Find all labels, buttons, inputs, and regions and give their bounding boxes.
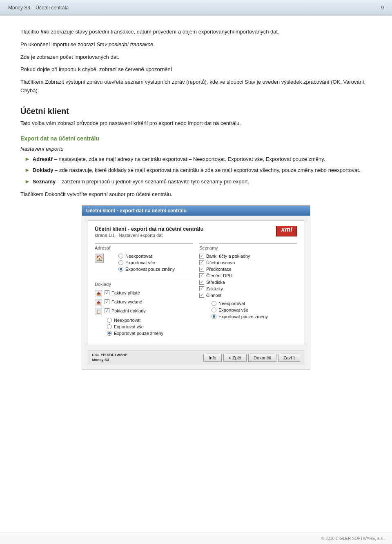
nastaveni-exportu-label: Nastavení exportu — [20, 146, 372, 152]
dialog-titlebar: Účetní klient - export dat na účetní cen… — [82, 206, 310, 216]
seznamy-group-label: Seznamy — [199, 243, 297, 250]
dialog-window: Účetní klient - export dat na účetní cen… — [82, 205, 310, 370]
checkbox: ✓ — [199, 280, 204, 285]
adresat-radio-neexportovat[interactable]: Neexportovat — [118, 254, 175, 259]
info-button[interactable]: Info — [203, 354, 221, 362]
checkbox: ✓ — [199, 286, 204, 291]
doklady-faktury-vydane: 📤 ✓ Faktury vydané — [95, 299, 193, 306]
cb-strediska[interactable]: ✓ Střediska — [199, 280, 297, 285]
pokladni-doklady-checkbox[interactable]: ✓ Pokladní doklady — [105, 308, 146, 313]
radio-circle — [107, 318, 112, 323]
bullet-adresat: ► Adresář – nastavujete, zda se mají adr… — [20, 155, 372, 163]
dialog-columns: Adresář 🏠 Neexportovat Exportova — [95, 243, 297, 338]
seznamy-radio-exportovat-vse[interactable]: Exportovat vše — [212, 308, 297, 312]
paragraph-3: Zde je zobrazen počet importovaných dat. — [20, 53, 372, 62]
doklady-section: Doklady 📥 ✓ Faktury přijaté — [95, 280, 193, 336]
dialog-left-col: Adresář 🏠 Neexportovat Exportova — [95, 243, 193, 338]
radio-circle-selected — [212, 314, 216, 319]
doklady-radio-exportovat-vse[interactable]: Exportovat vše — [107, 324, 193, 329]
cb-bank-ucty[interactable]: ✓ Bank. účty a pokladny — [199, 254, 297, 259]
faktury-prijate-icon: 📥 — [95, 290, 102, 297]
faktury-vydane-checkbox[interactable]: ✓ Faktury vydané — [105, 299, 142, 304]
checkbox: ✓ — [199, 273, 204, 278]
bullet-doklady: ► Doklady – zde nastavuje, které doklady… — [20, 166, 372, 174]
xml-logo: xml — [276, 226, 297, 236]
doklady-radio-neexportovat[interactable]: Neexportovat — [107, 318, 193, 323]
checkbox: ✓ — [105, 299, 109, 304]
adresat-radio-exportovat-vse[interactable]: Exportovat vše — [118, 260, 175, 265]
radio-circle — [118, 254, 123, 259]
stav-italic: Stav poslední transakce — [96, 41, 153, 47]
export-subheading: Export dat na účetní centrálu — [20, 135, 372, 142]
page-footer: © 2010 CÍGLER SOFTWARE, a.s. — [0, 533, 392, 544]
faktury-prijate-checkbox[interactable]: ✓ Faktury přijaté — [105, 290, 140, 295]
info-italic: Info — [40, 29, 49, 35]
dialog-title-text: Účetní klient - export dat na účetní cen… — [86, 208, 187, 214]
footer-logo: CÍGLER SOFTWARE Money S3 — [92, 353, 128, 362]
back-button[interactable]: < Zpět — [223, 354, 247, 362]
paragraph-4: Pokud dojde při importu k chybě, zobrazí… — [20, 65, 372, 74]
adresat-radio-group: Neexportovat Exportovat vše Exportovat p… — [118, 254, 175, 273]
checkbox: ✓ — [105, 308, 109, 313]
radio-circle — [212, 308, 216, 312]
cb-predkontace[interactable]: ✓ Předkontace — [199, 267, 297, 272]
dokoncit-para: Tlačítkem Dokončit vytvoříte exportní so… — [20, 190, 372, 199]
close-button[interactable]: Zavřít — [278, 354, 300, 362]
finish-button[interactable]: Dokončit — [248, 354, 276, 362]
seznamy-radio-group: Neexportovat Exportovat vše Exportovat p… — [212, 301, 297, 319]
bullet-adresat-text: Adresář – nastavujete, zda se mají adres… — [33, 155, 325, 163]
radio-circle — [212, 301, 216, 306]
cb-ucetni-osnova[interactable]: ✓ Účetní osnova — [199, 260, 297, 265]
footer-copyright: © 2010 CÍGLER SOFTWARE, a.s. — [321, 536, 384, 541]
dialog-footer-buttons: Info < Zpět Dokončit Zavřít — [203, 354, 300, 362]
main-content: Tlačítko Info zobrazuje stavy poslední t… — [0, 16, 392, 390]
paragraph-5: Tlačítkem Zobrazit výstupní zprávu otevř… — [20, 78, 372, 95]
adresat-radio-exportovat-zmeny[interactable]: Exportovat pouze změny — [118, 267, 175, 272]
faktury-vydane-icon: 📤 — [95, 299, 102, 306]
pokladni-icon: 📋 — [95, 308, 102, 315]
bullet-doklady-text: Doklady – zde nastavuje, které doklady s… — [33, 166, 361, 174]
paragraph-1: Tlačítko Info zobrazuje stavy poslední t… — [20, 28, 372, 36]
checkbox: ✓ — [199, 293, 204, 298]
cb-zakazky[interactable]: ✓ Zakázky — [199, 286, 297, 291]
radio-circle — [118, 260, 123, 265]
cb-cinnosti[interactable]: ✓ Činnosti — [199, 293, 297, 298]
doklady-pokladni-doklady: 📋 ✓ Pokladní doklady — [95, 308, 193, 315]
dialog-inner-title: Účetní klient - export dat na účetní cen… — [95, 226, 297, 232]
top-bar: Money S3 – Účetní centrála 9 — [0, 0, 392, 16]
seznamy-radio-exportovat-zmeny[interactable]: Exportovat pouze změny — [212, 314, 297, 319]
radio-circle — [107, 324, 112, 329]
doklady-radio-exportovat-zmeny[interactable]: Exportovat pouze změny — [107, 331, 193, 336]
checkbox: ✓ — [199, 254, 204, 259]
dialog-footer: CÍGLER SOFTWARE Money S3 Info < Zpět Dok… — [88, 350, 304, 365]
dialog-body: xml Účetní klient - export dat na účetní… — [82, 216, 310, 370]
doklady-rows: 📥 ✓ Faktury přijaté 📤 ✓ — [95, 290, 193, 315]
dialog-inner-subtitle: strana 1/1 - Nastavení exportu dat — [95, 233, 297, 238]
bullet-arrow-icon-2: ► — [24, 167, 30, 173]
cb-cleneni-dph[interactable]: ✓ Členění DPH — [199, 273, 297, 278]
checkbox: ✓ — [199, 267, 204, 272]
paragraph-2: Po ukončení importu se zobrazí Stav posl… — [20, 40, 372, 49]
page-number: 9 — [381, 5, 384, 11]
adresat-group-label: Adresář — [95, 243, 193, 250]
radio-circle-selected — [107, 331, 112, 336]
page-title: Money S3 – Účetní centrála — [8, 5, 69, 11]
radio-circle-selected — [118, 267, 123, 272]
seznamy-radio-neexportovat[interactable]: Neexportovat — [212, 301, 297, 306]
checkbox: ✓ — [105, 290, 109, 295]
bullet-seznamy-text: Seznamy – zatržením přepínačů u jednotli… — [33, 178, 249, 186]
ucetni-klient-intro: Tato volba vám zobrazí průvodce pro nast… — [20, 119, 372, 128]
bullet-arrow-icon: ► — [24, 156, 30, 162]
section-heading-ucetni-klient: Účetní klient — [20, 107, 372, 116]
checkbox: ✓ — [199, 260, 204, 265]
adresat-house-icon: 🏠 — [95, 254, 104, 263]
dialog-right-col: Seznamy ✓ Bank. účty a pokladny ✓ Účetní… — [199, 243, 297, 338]
bullet-arrow-icon-3: ► — [24, 178, 30, 185]
dialog-inner-box: xml Účetní klient - export dat na účetní… — [88, 221, 304, 345]
bullet-seznamy: ► Seznamy – zatržením přepínačů u jednot… — [20, 178, 372, 186]
doklady-group-label: Doklady — [95, 280, 193, 287]
doklady-faktury-prijate: 📥 ✓ Faktury přijaté — [95, 290, 193, 297]
doklady-radio-group: Neexportovat Exportovat vše Exportovat p… — [107, 318, 193, 336]
